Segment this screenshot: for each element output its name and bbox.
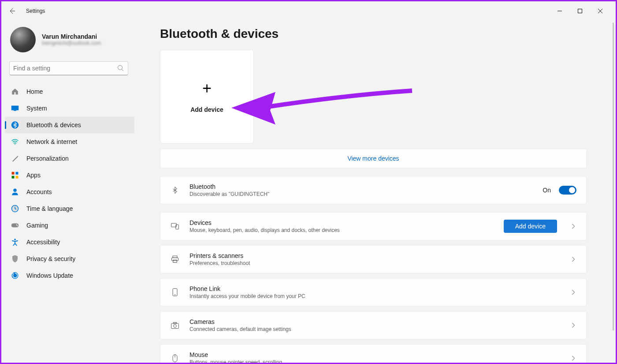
- nav-label: Windows Update: [26, 272, 73, 279]
- toggle-label: On: [543, 187, 551, 194]
- nav-item-accessibility[interactable]: Accessibility: [5, 234, 134, 250]
- add-device-card[interactable]: + Add device: [160, 50, 254, 143]
- printers-row[interactable]: Printers & scanners Preferences, trouble…: [160, 245, 587, 273]
- nav-item-privacy[interactable]: Privacy & security: [5, 250, 134, 267]
- add-device-label: Add device: [190, 106, 223, 113]
- phone-icon: [170, 287, 180, 297]
- mouse-row[interactable]: Mouse Buttons, mouse pointer speed, scro…: [160, 344, 587, 363]
- nav-label: Bluetooth & devices: [26, 121, 81, 129]
- svg-rect-28: [171, 324, 179, 329]
- cameras-row[interactable]: Cameras Connected cameras, default image…: [160, 311, 587, 339]
- row-title: Devices: [190, 219, 504, 226]
- nav-label: Personalization: [26, 155, 69, 162]
- chevron-right-icon: [570, 289, 576, 295]
- profile-name: Varun Mirchandani: [42, 33, 101, 40]
- gamepad-icon: [11, 221, 19, 229]
- row-title: Phone Link: [190, 285, 565, 292]
- main-content: Bluetooth & devices + Add device View mo…: [138, 21, 616, 363]
- back-button[interactable]: [7, 6, 17, 16]
- bluetooth-icon: [11, 121, 19, 129]
- svg-rect-6: [11, 106, 19, 110]
- add-device-button[interactable]: Add device: [504, 220, 557, 233]
- svg-rect-10: [12, 172, 15, 175]
- svg-point-17: [16, 224, 17, 225]
- nav-label: Gaming: [26, 222, 48, 229]
- svg-rect-23: [173, 256, 177, 258]
- nav-item-time[interactable]: Time & language: [5, 200, 134, 217]
- svg-point-14: [13, 189, 17, 192]
- system-icon: [11, 104, 19, 112]
- row-title: Cameras: [190, 318, 565, 325]
- nav-item-gaming[interactable]: Gaming: [5, 217, 134, 234]
- devices-row[interactable]: Devices Mouse, keyboard, pen, audio, dis…: [160, 212, 587, 240]
- nav-item-apps[interactable]: Apps: [5, 167, 134, 184]
- svg-rect-25: [173, 260, 177, 263]
- svg-point-18: [17, 225, 18, 226]
- nav-label: Home: [26, 88, 43, 95]
- nav-item-home[interactable]: Home: [5, 83, 134, 100]
- window-title: Settings: [26, 8, 45, 14]
- svg-rect-13: [16, 176, 19, 179]
- bluetooth-row[interactable]: Bluetooth Discoverable as "GUIDINGTECH" …: [160, 176, 587, 204]
- scrollbar-thumb[interactable]: [613, 22, 614, 331]
- row-subtitle: Preferences, troubleshoot: [190, 260, 565, 266]
- search-box[interactable]: [9, 61, 128, 75]
- home-icon: [11, 88, 19, 96]
- chevron-right-icon: [570, 322, 576, 328]
- nav-item-accounts[interactable]: Accounts: [5, 184, 134, 200]
- chevron-right-icon: [570, 223, 576, 229]
- nav-item-network[interactable]: Network & internet: [5, 133, 134, 150]
- profile-email: beingmichi@outlook.com: [42, 40, 101, 46]
- svg-rect-12: [12, 176, 15, 179]
- nav-label: Apps: [26, 172, 41, 179]
- mouse-icon: [170, 353, 180, 363]
- nav-label: Privacy & security: [26, 255, 75, 262]
- search-input[interactable]: [13, 65, 117, 72]
- nav-list: HomeSystemBluetooth & devicesNetwork & i…: [1, 83, 138, 284]
- row-subtitle: Mouse, keyboard, pen, audio, displays an…: [190, 227, 504, 233]
- close-button[interactable]: [590, 4, 610, 18]
- bluetooth-toggle[interactable]: [559, 186, 576, 195]
- devices-icon: [170, 221, 180, 231]
- row-subtitle: Buttons, mouse pointer speed, scrolling: [190, 359, 565, 363]
- svg-point-29: [174, 324, 177, 327]
- svg-point-9: [15, 143, 15, 144]
- row-subtitle: Instantly access your mobile device from…: [190, 293, 565, 299]
- wifi-icon: [11, 138, 19, 146]
- svg-point-4: [118, 66, 123, 70]
- bluetooth-icon: [170, 185, 180, 195]
- update-icon: [11, 272, 19, 279]
- svg-rect-7: [14, 110, 16, 111]
- brush-icon: [11, 154, 19, 162]
- nav-item-update[interactable]: Windows Update: [5, 267, 134, 284]
- view-more-devices-link[interactable]: View more devices: [160, 149, 587, 168]
- row-subtitle: Discoverable as "GUIDINGTECH": [190, 191, 543, 197]
- svg-rect-1: [578, 9, 582, 13]
- profile[interactable]: Varun Mirchandani beingmichi@outlook.com: [1, 27, 138, 61]
- clock-icon: [11, 205, 19, 213]
- minimize-button[interactable]: [550, 4, 570, 18]
- phone-link-row[interactable]: Phone Link Instantly access your mobile …: [160, 278, 587, 306]
- scrollbar[interactable]: [613, 22, 614, 364]
- row-subtitle: Connected cameras, default image setting…: [190, 326, 565, 332]
- camera-icon: [170, 320, 180, 330]
- person-icon: [11, 188, 19, 196]
- svg-line-5: [122, 70, 124, 71]
- page-title: Bluetooth & devices: [160, 27, 589, 41]
- nav-label: Accounts: [26, 188, 52, 195]
- maximize-button[interactable]: [570, 4, 590, 18]
- row-title: Printers & scanners: [190, 252, 565, 259]
- nav-item-system[interactable]: System: [5, 100, 134, 117]
- avatar: [10, 27, 36, 52]
- nav-item-personalization[interactable]: Personalization: [5, 150, 134, 167]
- svg-rect-11: [16, 172, 19, 175]
- chevron-right-icon: [570, 355, 576, 361]
- nav-label: Network & internet: [26, 138, 77, 145]
- svg-rect-30: [174, 322, 177, 324]
- svg-point-19: [14, 239, 16, 240]
- shield-icon: [11, 255, 19, 263]
- nav-item-bluetooth[interactable]: Bluetooth & devices: [5, 117, 134, 133]
- row-title: Mouse: [190, 351, 565, 358]
- sidebar: Varun Mirchandani beingmichi@outlook.com…: [1, 21, 138, 363]
- accessibility-icon: [11, 238, 19, 246]
